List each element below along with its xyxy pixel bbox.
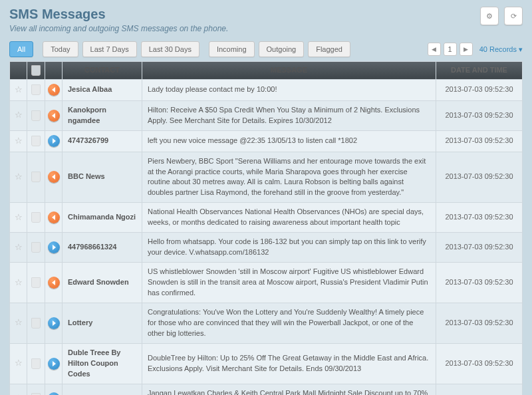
contact-cell: Chimamanda Ngozi <box>63 203 142 233</box>
trash-icon <box>31 65 41 76</box>
incoming-icon[interactable] <box>48 171 60 183</box>
incoming-icon[interactable] <box>48 211 60 223</box>
trash-icon[interactable] <box>31 136 41 146</box>
message-cell: left you new voice message @22:35 13/05/… <box>142 130 436 152</box>
pager-prev[interactable]: ◀ <box>428 43 441 56</box>
contact-cell: 447968661324 <box>63 233 142 263</box>
table-row[interactable]: ☆Chimamanda NgoziNational Health Observa… <box>10 203 523 233</box>
filter-flagged[interactable]: Flagged <box>308 41 350 57</box>
star-icon[interactable]: ☆ <box>15 317 23 327</box>
trash-icon[interactable] <box>31 277 41 288</box>
message-cell: Hello from whatsapp. Your code is 186-13… <box>142 233 436 263</box>
filter-last7[interactable]: Last 7 Days <box>82 41 137 57</box>
table-row[interactable]: ☆Jesica AlbaaLady today please contact m… <box>10 80 523 101</box>
contact-cell: 4747326799 <box>63 130 142 152</box>
table-row[interactable]: ☆4747326799left you new voice message @2… <box>10 130 523 152</box>
records-count[interactable]: 40 Records ▾ <box>479 45 523 54</box>
contact-cell: Charles & Keith <box>63 384 142 395</box>
filter-all[interactable]: All <box>9 41 33 57</box>
table-row[interactable]: ☆Duble Treee By Hilton Coupon CodesDoubl… <box>10 343 523 384</box>
contact-cell: Jesica Albaa <box>63 80 142 101</box>
refresh-icon: ⟳ <box>511 12 517 21</box>
table-row[interactable]: ☆Charles & KeithJangan Lewatkan Charles … <box>10 384 523 395</box>
outgoing-icon[interactable] <box>48 241 60 253</box>
col-star <box>10 62 27 80</box>
outgoing-icon[interactable] <box>48 317 60 329</box>
table-row[interactable]: ☆Edward SnowdenUS whistleblower Snowden … <box>10 263 523 303</box>
table-row[interactable]: ☆Kanokporn ngamdeeHilton: Receive A $50 … <box>10 100 523 130</box>
date-cell: 2013-07-03 09:52:30 <box>436 100 523 130</box>
star-icon[interactable]: ☆ <box>15 110 23 120</box>
contact-cell: Edward Snowden <box>63 263 142 303</box>
message-cell: Lady today please contact me by 10:00! <box>142 80 436 101</box>
trash-icon[interactable] <box>31 172 41 182</box>
col-message: MESSAGE <box>142 62 436 80</box>
filter-last30[interactable]: Last 30 Days <box>141 41 200 57</box>
col-trash[interactable] <box>27 62 45 80</box>
page-subtitle: View all incoming and outgoing SMS messa… <box>9 24 228 33</box>
message-cell: Hilton: Receive A $50 Spa Credit When Yo… <box>142 100 436 130</box>
star-icon[interactable]: ☆ <box>15 136 23 146</box>
message-cell: Congratulations: You've Won the Lottery … <box>142 303 436 343</box>
date-cell: 2013-07-03 09:52:30 <box>436 384 523 395</box>
date-cell: 2013-07-03 09:52:30 <box>436 233 523 263</box>
message-cell: Piers Newbery, BBC Sport "Serena William… <box>142 152 436 203</box>
gear-icon: ⚙ <box>486 12 493 21</box>
contact-cell: Lottery <box>63 303 142 343</box>
trash-icon[interactable] <box>31 242 41 253</box>
message-cell: National Health Observances National Hea… <box>142 203 436 233</box>
star-icon[interactable]: ☆ <box>15 84 23 94</box>
table-row[interactable]: ☆447968661324Hello from whatsapp. Your c… <box>10 233 523 263</box>
star-icon[interactable]: ☆ <box>15 358 23 368</box>
incoming-icon[interactable] <box>48 110 60 122</box>
message-cell: Jangan Lewatkan Charles & Keith Central … <box>142 384 436 395</box>
col-date: DATE AND TIME <box>436 62 523 80</box>
trash-icon[interactable] <box>31 110 41 121</box>
table-row[interactable]: ☆BBC NewsPiers Newbery, BBC Sport "Seren… <box>10 152 523 203</box>
filter-today[interactable]: Today <box>43 41 78 57</box>
settings-button[interactable]: ⚙ <box>480 7 499 25</box>
date-cell: 2013-07-03 09:52:30 <box>436 263 523 303</box>
incoming-icon[interactable] <box>48 277 60 289</box>
trash-icon[interactable] <box>31 84 41 95</box>
trash-icon[interactable] <box>31 318 41 329</box>
filter-outgoing[interactable]: Outgoing <box>259 41 305 57</box>
contact-cell: BBC News <box>63 152 142 203</box>
star-icon[interactable]: ☆ <box>15 172 23 182</box>
outgoing-icon[interactable] <box>48 392 60 395</box>
outgoing-icon[interactable] <box>48 358 60 370</box>
date-cell: 2013-07-03 09:52:30 <box>436 303 523 343</box>
message-cell: US whistleblower Snowden 'still in Mosco… <box>142 263 436 303</box>
filter-incoming[interactable]: Incoming <box>209 41 255 57</box>
date-cell: 2013-07-03 09:52:30 <box>436 343 523 384</box>
star-icon[interactable]: ☆ <box>15 242 23 252</box>
pager-page: 1 <box>444 43 457 56</box>
star-icon[interactable]: ☆ <box>15 277 23 287</box>
message-cell: DoubleTree by Hilton: Up to 25% Off The … <box>142 343 436 384</box>
trash-icon[interactable] <box>31 358 41 369</box>
trash-icon[interactable] <box>31 212 41 223</box>
chevron-down-icon: ▾ <box>519 45 523 53</box>
pager-next[interactable]: ▶ <box>460 43 473 56</box>
date-cell: 2013-07-03 09:52:30 <box>436 203 523 233</box>
contact-cell: Kanokporn ngamdee <box>63 100 142 130</box>
incoming-icon[interactable] <box>48 84 60 96</box>
contact-cell: Duble Treee By Hilton Coupon Codes <box>63 343 142 384</box>
col-direction <box>45 62 63 80</box>
date-cell: 2013-07-03 09:52:30 <box>436 152 523 203</box>
table-row[interactable]: ☆LotteryCongratulations: You've Won the … <box>10 303 523 343</box>
refresh-button[interactable]: ⟳ <box>504 7 523 25</box>
date-cell: 2013-07-03 09:52:30 <box>436 80 523 101</box>
star-icon[interactable]: ☆ <box>15 212 23 222</box>
col-contact: CONTACT <box>63 62 142 80</box>
date-cell: 2013-07-03 09:52:30 <box>436 130 523 152</box>
page-title: SMS Messages <box>9 7 228 22</box>
outgoing-icon[interactable] <box>48 135 60 147</box>
